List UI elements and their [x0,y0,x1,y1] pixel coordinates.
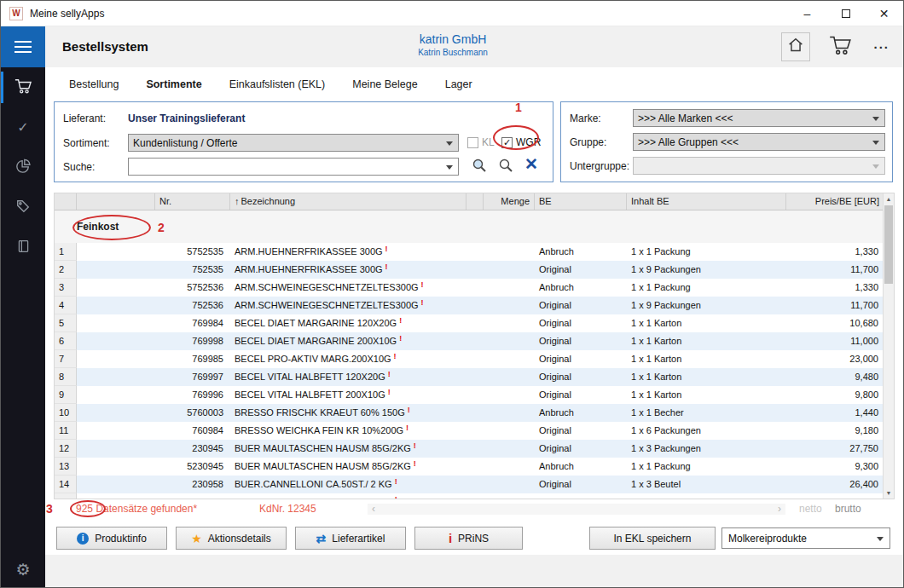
col-header-be[interactable]: BE [535,193,627,210]
cell-bezeichnung: ARM.SCHWEINEGESCHNETZELTES300G! [230,297,466,314]
cell-menge [484,297,535,314]
cell-inhalt-be: 1 x 9 Packungen [627,261,786,279]
minimize-button[interactable]: – [788,1,826,26]
col-header-menge[interactable]: Menge [484,193,535,210]
col-header-nr[interactable]: Nr. [155,193,230,210]
table-row[interactable]: 1 5752535 ARM.HUEHNERFRIKASSEE 300G! Anb… [55,243,884,261]
scrollbar-thumb[interactable] [884,205,893,284]
sidebar-item-check[interactable]: ✓ [1,107,45,147]
table-row[interactable]: 8 769997 BECEL VITAL HALBFETT 120X20G! O… [55,368,884,386]
more-button[interactable]: ... [870,37,893,58]
cell-preis: 9,180 [786,422,884,440]
cell-be: Anbruch [535,243,627,261]
row-number: 10 [55,404,77,422]
table-row[interactable]: 14 230958 BUER.CANNELLONI CA.50ST./ 2 KG… [55,476,884,493]
scroll-up-icon[interactable]: ▲ [884,193,894,205]
cell-inhalt-be: 1 x 3 Beutel [627,476,786,493]
table-row[interactable]: 7 769985 BECEL PRO-AKTIV MARG.200X10G! O… [55,350,884,368]
home-button[interactable] [781,32,810,61]
sidebar-item-offers[interactable] [1,187,45,228]
kl-checkbox-box [467,137,478,148]
sidebar: ✓ ⚙ [1,26,45,588]
category-select[interactable]: Molkereiprodukte [721,527,890,549]
tab-einkaufslisten[interactable]: Einkaufslisten (EKL) [229,78,326,90]
horizontal-scrollbar[interactable]: ‹ › [368,504,785,515]
cell-bezeichnung: BUER MAULTASCHEN HAUSM 85G/2KG! [230,440,466,458]
settings-button[interactable]: ⚙ [1,556,45,582]
cell-be: Original [535,368,627,386]
sortiment-select[interactable]: Kundenlistung / Offerte [128,134,459,152]
cell-inhalt-be: 1 x 1 Packung [627,458,786,476]
prins-button[interactable]: i PRiNS [414,527,523,550]
cell-be: Original [535,386,627,404]
kl-checkbox[interactable]: KL [467,136,495,148]
aktionsdetails-button[interactable]: ★ Aktionsdetails [176,527,287,550]
bottom-strip [45,555,904,588]
cell-artikelnummer: 769984 [155,314,230,332]
alert-icon: ! [388,388,391,396]
suche-input[interactable] [128,158,459,176]
sortiment-label: Sortiment: [63,137,110,149]
clear-search-icon[interactable]: ✕ [524,157,538,172]
cell-preis: 9,800 [786,386,884,404]
col-header-bezeichnung[interactable]: ↑Bezeichnung [230,193,466,210]
gruppe-select[interactable]: >>> Alle Gruppen <<< [633,133,885,151]
menu-button[interactable] [1,26,45,67]
cell-preis: 9,300 [786,458,884,476]
sidebar-item-statistics[interactable] [1,147,45,187]
cell-inhalt-be: 1 x 1 Karton [627,368,786,386]
col-header-inhalt-be[interactable]: Inhalt BE [627,193,786,210]
cell-menge [484,243,535,261]
cell-be: Anbruch [535,279,627,297]
search-filled-icon[interactable] [470,157,489,174]
table-row[interactable]: 2 752535 ARM.HUEHNERFRIKASSEE 300G! Orig… [55,261,884,279]
table-row[interactable]: 9 769996 BECEL VITAL HALBFETT 200X10G! O… [55,386,884,404]
netto-toggle[interactable]: netto [799,503,822,515]
table-row[interactable]: 10 5760003 BRESSO FRISCHK KRAEUT 60% 150… [55,404,884,422]
search-icon[interactable] [496,157,515,174]
hamburger-icon [14,41,32,43]
marke-select[interactable]: >>> Alle Marken <<< [633,109,885,127]
sidebar-item-bestellsystem[interactable] [1,67,45,107]
cell-bezeichnung: ARM.HUEHNERFRIKASSEE 300G! [230,261,466,279]
table-row[interactable]: 11 760984 BRESSO WEICHKA FEIN KR 10%200G… [55,422,884,440]
scroll-right-icon[interactable]: › [774,503,785,515]
marke-label: Marke: [570,112,601,124]
cell-be: Original [535,422,627,440]
row-number: 4 [55,297,77,314]
maximize-button[interactable] [826,1,865,26]
cart-button[interactable] [822,32,858,62]
cell-menge [484,314,535,332]
row-number: 6 [55,332,77,350]
cell-bezeichnung: BECEL VITAL HALBFETT 120X20G! [230,368,466,386]
sidebar-item-catalog[interactable] [1,228,45,268]
tab-lager[interactable]: Lager [445,78,472,90]
col-header-preis[interactable]: Preis/BE [EUR] [786,193,884,210]
table-row[interactable]: 12 230945 BUER MAULTASCHEN HAUSM 85G/2KG… [55,440,884,458]
alert-icon: ! [421,298,424,307]
produktinfo-button[interactable]: i Produktinfo [56,527,167,550]
table-row[interactable]: 13 5230945 BUER MAULTASCHEN HAUSM 85G/2K… [55,458,884,476]
vertical-scrollbar[interactable]: ▲ ▼ [883,193,894,499]
tab-meine-belege[interactable]: Meine Belege [352,78,417,90]
cell-preis: 27,750 [786,440,884,458]
cell-bezeichnung: BECEL PRO-AKTIV MARG.200X10G! [230,350,466,368]
tab-bestellung[interactable]: Bestellung [69,78,119,90]
scroll-left-icon[interactable]: ‹ [368,503,380,515]
table-row[interactable]: 4 752536 ARM.SCHWEINEGESCHNETZELTES300G!… [55,297,884,314]
company-name: katrin GmbH [376,32,530,46]
brutto-toggle[interactable]: brutto [835,503,861,515]
gear-icon: ⚙ [15,560,30,579]
lieferartikel-button[interactable]: ⇄ Lieferartikel [295,527,406,550]
table-row[interactable]: 5 769984 BECEL DIAET MARGARINE 120X20G! … [55,314,884,332]
cell-be: Original [535,476,627,493]
in-ekl-speichern-button[interactable]: In EKL speichern [589,527,716,550]
table-row[interactable]: 3 5752536 ARM.SCHWEINEGESCHNETZELTES300G… [55,279,884,297]
cell-be: Original [535,332,627,350]
tab-sortimente[interactable]: Sortimente [146,78,201,90]
close-button[interactable]: ✕ [865,1,903,26]
annotation-number-1: 1 [515,101,522,114]
table-row[interactable]: 6 769998 BECEL DIAET MARGARINE 200X10G! … [55,332,884,350]
scroll-down-icon[interactable]: ▼ [884,487,894,499]
alert-icon: ! [399,334,402,343]
